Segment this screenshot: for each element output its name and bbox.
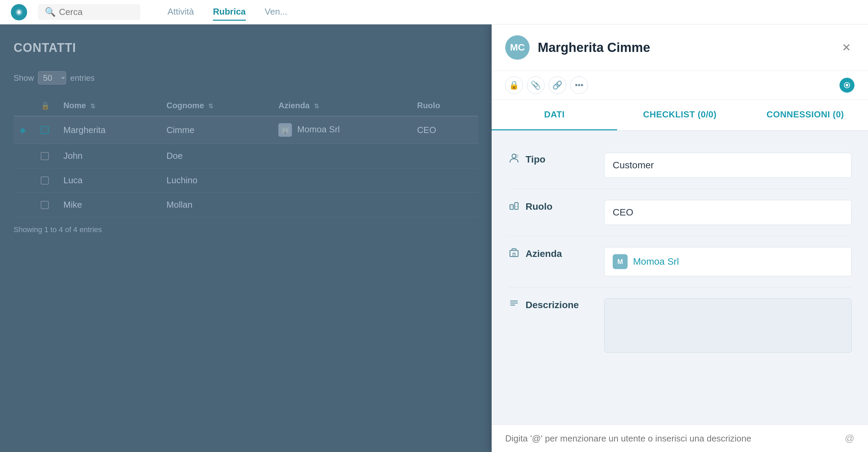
at-symbol: @ bbox=[845, 433, 854, 444]
entries-label: entries bbox=[70, 73, 95, 83]
sort-icon-azienda: ⇅ bbox=[314, 102, 319, 110]
table-row[interactable]: Luca Luchino bbox=[14, 168, 478, 193]
row-azienda[interactable] bbox=[272, 193, 410, 217]
col-ruolo[interactable]: Ruolo bbox=[410, 95, 478, 116]
tipo-icon bbox=[508, 153, 520, 166]
company-badge: M bbox=[613, 254, 628, 269]
sort-icon-nome: ⇅ bbox=[90, 102, 95, 110]
field-tipo: Tipo Customer bbox=[508, 142, 852, 189]
svg-rect-10 bbox=[513, 253, 515, 257]
row-checkbox[interactable] bbox=[34, 168, 57, 193]
col-checkbox: 🔒 bbox=[34, 95, 57, 116]
descrizione-value[interactable] bbox=[604, 298, 852, 353]
azienda-value[interactable]: M Momoa Srl bbox=[604, 247, 852, 276]
close-button[interactable]: ✕ bbox=[838, 39, 854, 56]
row-checkbox[interactable] bbox=[34, 193, 57, 217]
row-checkbox[interactable] bbox=[34, 144, 57, 168]
panel-content: Tipo Customer Ruolo bbox=[492, 131, 868, 425]
nav-items: Attività Rubrica Ven... bbox=[167, 4, 287, 21]
row-azienda[interactable] bbox=[272, 144, 410, 168]
panel-toolbar: 🔒 📎 🔗 ••• bbox=[492, 71, 868, 100]
top-navigation: 🔍 Attività Rubrica Ven... bbox=[0, 0, 868, 24]
lock-icon: 🔒 bbox=[41, 101, 50, 110]
row-cognome[interactable]: Luchino bbox=[160, 168, 272, 193]
app-logo[interactable] bbox=[11, 4, 27, 20]
row-checkbox[interactable] bbox=[34, 116, 57, 144]
nav-item-vendite[interactable]: Ven... bbox=[265, 4, 288, 21]
table-controls: Show 50 25 100 entries bbox=[14, 71, 478, 84]
panel-title: Margherita Cimme bbox=[538, 40, 650, 55]
field-label-area-ruolo: Ruolo bbox=[508, 200, 596, 213]
field-label-area-tipo: Tipo bbox=[508, 153, 596, 166]
row-cognome[interactable]: Mollan bbox=[160, 193, 272, 217]
main-area: CONTATTI Show 50 25 100 entries 🔒 Nome bbox=[0, 24, 868, 452]
row-cognome[interactable]: Cimme bbox=[160, 116, 272, 144]
row-azienda[interactable] bbox=[272, 168, 410, 193]
company-icon: 🏢 bbox=[278, 123, 292, 137]
row-cognome[interactable]: Doe bbox=[160, 144, 272, 168]
row-azienda[interactable]: 🏢 Momoa Srl bbox=[272, 116, 410, 144]
tab-connessioni[interactable]: CONNESSIONI (0) bbox=[743, 100, 868, 130]
row-nome[interactable]: John bbox=[57, 144, 160, 168]
azienda-text[interactable]: Momoa Srl bbox=[633, 256, 679, 267]
ruolo-label: Ruolo bbox=[526, 201, 552, 212]
tab-dati[interactable]: DATI bbox=[492, 100, 617, 130]
show-label: Show bbox=[14, 73, 34, 83]
search-icon: 🔍 bbox=[45, 7, 56, 17]
col-azienda[interactable]: Azienda ⇅ bbox=[272, 95, 410, 116]
row-nome[interactable]: Margherita bbox=[57, 116, 160, 144]
contacts-table: 🔒 Nome ⇅ Cognome ⇅ Azienda ⇅ bbox=[14, 95, 478, 217]
row-ruolo[interactable] bbox=[410, 168, 478, 193]
row-ruolo[interactable]: CEO bbox=[410, 116, 478, 144]
row-indicator bbox=[14, 144, 34, 168]
ruolo-value[interactable]: CEO bbox=[604, 200, 852, 225]
avatar: MC bbox=[505, 35, 530, 60]
link-button[interactable]: 🔗 bbox=[549, 76, 566, 94]
descrizione-label: Descrizione bbox=[526, 300, 579, 310]
svg-point-2 bbox=[18, 11, 20, 13]
row-nome[interactable]: Luca bbox=[57, 168, 160, 193]
sort-icon-cognome: ⇅ bbox=[208, 102, 213, 110]
panel-footer: @ bbox=[492, 425, 868, 452]
tab-checklist[interactable]: CHECKLIST (0/0) bbox=[617, 100, 743, 130]
row-ruolo[interactable] bbox=[410, 193, 478, 217]
more-button[interactable]: ••• bbox=[570, 76, 588, 94]
comment-input[interactable] bbox=[505, 433, 845, 444]
row-nome[interactable]: Mike bbox=[57, 193, 160, 217]
field-label-area-azienda: Azienda bbox=[508, 247, 596, 260]
svg-rect-8 bbox=[515, 203, 518, 209]
panel-header: MC Margherita Cimme ✕ bbox=[492, 24, 868, 71]
row-ruolo[interactable] bbox=[410, 144, 478, 168]
tipo-value[interactable]: Customer bbox=[604, 153, 852, 178]
col-nome[interactable]: Nome ⇅ bbox=[57, 95, 160, 116]
search-bar[interactable]: 🔍 bbox=[38, 4, 140, 20]
panel-header-left: MC Margherita Cimme bbox=[505, 35, 650, 60]
field-value-area-ruolo[interactable]: CEO bbox=[604, 200, 852, 225]
left-panel: CONTATTI Show 50 25 100 entries 🔒 Nome bbox=[0, 24, 492, 452]
nav-item-attivita[interactable]: Attività bbox=[167, 4, 194, 21]
table-row[interactable]: Mike Mollan bbox=[14, 193, 478, 217]
row-indicator bbox=[14, 116, 34, 144]
search-input[interactable] bbox=[59, 7, 134, 17]
table-footer: Showing 1 to 4 of 4 entries bbox=[14, 225, 478, 234]
table-row[interactable]: John Doe bbox=[14, 144, 478, 168]
nav-item-rubrica[interactable]: Rubrica bbox=[213, 4, 246, 21]
col-cognome[interactable]: Cognome ⇅ bbox=[160, 95, 272, 116]
field-value-area-tipo[interactable]: Customer bbox=[604, 153, 852, 178]
field-ruolo: Ruolo CEO bbox=[508, 189, 852, 236]
row-indicator bbox=[14, 193, 34, 217]
field-descrizione: Descrizione bbox=[508, 287, 852, 363]
status-indicator bbox=[840, 78, 854, 93]
lock-button[interactable]: 🔒 bbox=[505, 76, 523, 94]
field-value-area-azienda[interactable]: M Momoa Srl bbox=[604, 247, 852, 276]
svg-point-4 bbox=[846, 84, 848, 87]
row-indicator bbox=[14, 168, 34, 193]
right-panel: MC Margherita Cimme ✕ 🔒 📎 🔗 ••• DATI bbox=[492, 24, 868, 452]
entries-select[interactable]: 50 25 100 bbox=[38, 71, 66, 84]
table-row[interactable]: Margherita Cimme 🏢 Momoa Srl CEO bbox=[14, 116, 478, 144]
tipo-label: Tipo bbox=[526, 154, 546, 165]
field-value-area-descrizione[interactable] bbox=[604, 298, 852, 353]
field-label-area-descrizione: Descrizione bbox=[508, 298, 596, 312]
ruolo-icon bbox=[508, 200, 520, 213]
attachment-button[interactable]: 📎 bbox=[527, 76, 545, 94]
